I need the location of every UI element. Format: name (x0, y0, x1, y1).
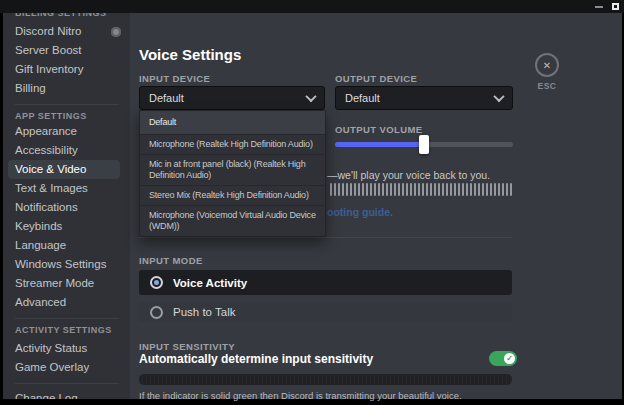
sidebar-item-appearance[interactable]: Appearance (15, 122, 130, 141)
sidebar-item-game-overlay[interactable]: Game Overlay (15, 358, 130, 377)
dropdown-option-microphone-realtek[interactable]: Microphone (Realtek High Definition Audi… (140, 134, 325, 154)
dropdown-option-mic-in-front-panel[interactable]: Mic in at front panel (black) (Realtek H… (140, 154, 325, 185)
sidebar-item-windows-settings[interactable]: Windows Settings (15, 255, 130, 274)
sidebar-item-advanced[interactable]: Advanced (15, 293, 130, 312)
minimize-icon[interactable] (595, 6, 603, 8)
sidebar-item-label: Discord Nitro (15, 22, 81, 41)
sidebar-item-discord-nitro[interactable]: Discord Nitro (15, 22, 130, 41)
auto-sensitivity-toggle[interactable]: ✓ (489, 351, 517, 366)
output-volume-slider[interactable] (335, 142, 513, 147)
input-device-value: Default (149, 92, 184, 104)
output-device-value: Default (345, 92, 380, 104)
page-title: Voice Settings (139, 46, 241, 63)
sidebar-item-streamer-mode[interactable]: Streamer Mode (15, 274, 130, 293)
sidebar-header-app-settings: APP SETTINGS (15, 110, 130, 122)
section-divider (139, 237, 512, 238)
sidebar-divider (15, 104, 119, 105)
output-volume-handle[interactable] (419, 135, 429, 154)
input-device-dropdown: Default Microphone (Realtek High Definit… (139, 110, 326, 237)
window-titlebar (0, 0, 624, 13)
sidebar-header-billing-settings: BILLING SETTINGS (15, 13, 130, 19)
dropdown-option-default[interactable]: Default (140, 111, 325, 134)
sidebar-item-notifications[interactable]: Notifications (15, 198, 130, 217)
input-mode-label: INPUT MODE (139, 255, 203, 266)
sidebar-item-keybinds[interactable]: Keybinds (15, 217, 130, 236)
chevron-down-icon (305, 91, 316, 102)
sidebar-item-change-log[interactable]: Change Log (15, 389, 130, 399)
output-device-select[interactable]: Default (335, 86, 513, 110)
sidebar-item-billing[interactable]: Billing (15, 79, 130, 98)
auto-sensitivity-row: Automatically determine input sensitivit… (139, 351, 517, 366)
sidebar-header-activity-settings: ACTIVITY SETTINGS (15, 324, 130, 336)
sidebar-item-gift-inventory[interactable]: Gift Inventory (15, 60, 130, 79)
sensitivity-footnote: If the indicator is solid green then Dis… (139, 390, 462, 401)
chevron-down-icon (493, 91, 504, 102)
sidebar-item-accessibility[interactable]: Accessibility (15, 141, 130, 160)
toggle-check-icon: ✓ (504, 353, 515, 364)
output-volume-label: OUTPUT VOLUME (335, 124, 423, 135)
close-button[interactable]: ✕ (535, 53, 559, 77)
settings-sidebar: BILLING SETTINGS Discord Nitro Server Bo… (3, 13, 130, 399)
troubleshooting-guide-link-fragment[interactable]: ooting guide. (327, 206, 393, 218)
close-icon: ✕ (543, 60, 551, 71)
dropdown-option-stereo-mix[interactable]: Stereo Mix (Realtek High Definition Audi… (140, 185, 325, 205)
maximize-icon[interactable] (612, 3, 619, 10)
sidebar-divider (15, 383, 119, 384)
dropdown-option-voicemod[interactable]: Microphone (Voicemod Virtual Audio Devic… (140, 205, 325, 236)
esc-hint-label: ESC (533, 81, 561, 91)
auto-sensitivity-text: Automatically determine input sensitivit… (139, 352, 373, 366)
input-device-select[interactable]: Default (139, 86, 325, 110)
input-device-label: INPUT DEVICE (139, 73, 210, 84)
input-mode-option-label: Push to Talk (173, 306, 235, 318)
radio-unselected-icon (150, 306, 163, 319)
radio-selected-icon (150, 276, 163, 289)
output-volume-fill (335, 142, 424, 147)
sidebar-item-voice-video[interactable]: Voice & Video (8, 160, 120, 179)
input-mode-option-push-to-talk[interactable]: Push to Talk (139, 302, 512, 322)
sidebar-item-language[interactable]: Language (15, 236, 130, 255)
nitro-badge-icon (111, 27, 121, 37)
input-mode-option-label: Voice Activity (173, 277, 247, 289)
output-device-label: OUTPUT DEVICE (335, 73, 417, 84)
input-sensitivity-meter (139, 374, 512, 385)
sidebar-item-activity-status[interactable]: Activity Status (15, 339, 130, 358)
voice-settings-panel: Voice Settings ✕ ESC INPUT DEVICE Defaul… (130, 13, 622, 399)
sidebar-divider (15, 318, 119, 319)
mic-test-level-meter (330, 183, 512, 196)
input-mode-option-voice-activity[interactable]: Voice Activity (139, 270, 512, 295)
sidebar-item-text-images[interactable]: Text & Images (15, 179, 130, 198)
sidebar-item-server-boost[interactable]: Server Boost (15, 41, 130, 60)
mic-test-description-fragment: —we'll play your voice back to you. (327, 169, 490, 181)
